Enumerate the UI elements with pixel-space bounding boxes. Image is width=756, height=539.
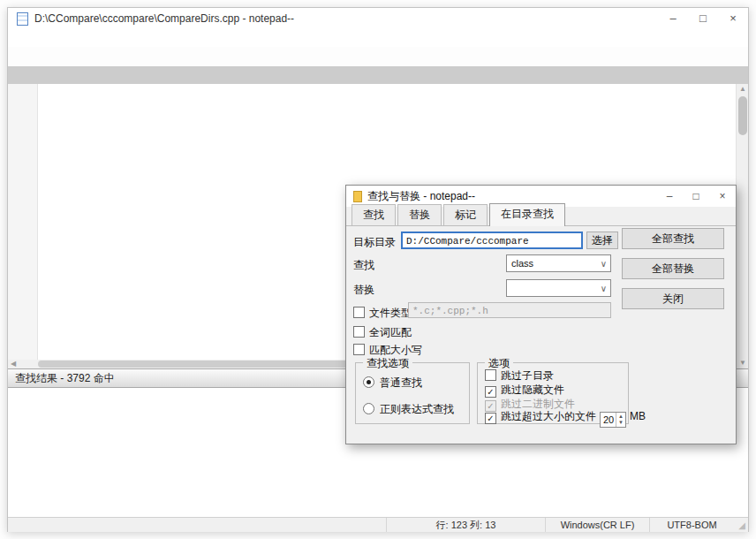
cursor-position: 行: 123 列: 13 <box>386 518 545 532</box>
eol-format: Windows(CR LF) <box>545 518 649 532</box>
close-icon[interactable]: × <box>718 9 748 28</box>
file-type-label: 文件类型 <box>369 307 412 319</box>
main-window: D:\CCompare\cccompare\CompareDirs.cpp - … <box>7 7 749 532</box>
find-options-legend: 查找选项 <box>363 356 412 371</box>
normal-search-label: 普通查找 <box>380 376 422 389</box>
choose-dir-button[interactable]: 选择 <box>586 232 618 249</box>
dialog-close-button[interactable]: 关闭 <box>622 288 724 309</box>
target-dir-label: 目标目录 <box>353 235 396 250</box>
menu-bar <box>8 29 748 47</box>
editor-vertical-scrollbar[interactable]: ▲ ▼ <box>736 84 748 368</box>
scroll-down-icon[interactable]: ▼ <box>737 358 749 368</box>
normal-search-radio-row: 普通查找 <box>363 376 422 391</box>
chevron-down-icon[interactable]: ∨ <box>601 282 607 295</box>
file-type-checkbox[interactable] <box>353 307 365 318</box>
file-type-input: *.c;*.cpp;*.h <box>408 302 611 318</box>
file-type-row: 文件类型 <box>353 306 412 321</box>
dialog-find-icon <box>353 191 362 202</box>
find-options-group: 查找选项 普通查找 正则表达式查找 <box>355 362 470 424</box>
whole-word-label: 全词匹配 <box>369 326 412 338</box>
skip-oversize-label: 跳过超过大小的文件 <box>501 410 596 422</box>
status-bar: 行: 123 列: 13 Windows(CR LF) UTF8-BOM ◢ <box>8 517 748 532</box>
replace-combobox[interactable]: ∨ <box>506 279 611 297</box>
dialog-title: 查找与替换 - notepad-- <box>367 189 475 204</box>
skip-subdir-label: 跳过子目录 <box>501 369 554 382</box>
replace-all-button[interactable]: 全部替换 <box>622 258 724 279</box>
find-value: class <box>511 258 533 269</box>
whole-word-checkbox[interactable] <box>353 326 365 338</box>
tab-mark[interactable]: 标记 <box>443 204 488 225</box>
dialog-minimize-icon[interactable]: – <box>656 190 683 202</box>
size-value: 20 <box>603 414 614 425</box>
spinner-down-icon[interactable]: ▼ <box>616 419 625 427</box>
search-results-title: 查找结果 - 3792 命中 <box>15 371 115 386</box>
skip-subdir-row: 跳过子目录 <box>485 368 554 383</box>
find-replace-dialog: 查找与替换 - notepad-- – □ × 查找 替换 标记 在目录查找 目… <box>345 185 737 444</box>
whole-word-row: 全词匹配 <box>353 325 412 340</box>
tab-bar <box>8 66 748 84</box>
normal-search-radio[interactable] <box>363 376 374 388</box>
skip-hidden-label: 跳过隐藏文件 <box>501 383 564 396</box>
app-icon <box>17 12 28 26</box>
regex-search-label: 正则表达式查找 <box>380 403 454 415</box>
skip-subdir-checkbox[interactable] <box>485 369 496 381</box>
skip-oversize-row: ✓跳过超过大小的文件20▲▼MB <box>485 409 646 428</box>
size-spinner[interactable]: 20▲▼ <box>600 412 626 428</box>
tab-replace[interactable]: 替换 <box>397 204 442 225</box>
skip-hidden-row: ✓跳过隐藏文件 <box>485 383 564 398</box>
options-group: 选项 跳过子目录 ✓跳过隐藏文件 ✓跳过二进制文件 ✓跳过超过大小的文件20▲▼… <box>477 362 629 424</box>
skip-binary-label: 跳过二进制文件 <box>501 398 575 410</box>
match-case-label: 匹配大小写 <box>369 344 422 356</box>
tab-find[interactable]: 查找 <box>352 204 396 225</box>
scroll-up-icon[interactable]: ▲ <box>737 84 749 95</box>
resize-grip[interactable]: ◢ <box>734 520 748 530</box>
find-combobox[interactable]: class ∨ <box>506 254 611 272</box>
chevron-down-icon[interactable]: ∨ <box>601 257 607 270</box>
toolbar <box>8 47 748 66</box>
maximize-icon[interactable]: □ <box>688 9 718 28</box>
vertical-scroll-thumb[interactable] <box>738 96 747 135</box>
minimize-icon[interactable]: – <box>658 9 688 28</box>
regex-search-radio-row: 正则表达式查找 <box>363 402 454 417</box>
find-all-button[interactable]: 全部查找 <box>622 228 724 249</box>
line-number-gutter <box>8 84 38 360</box>
match-case-checkbox[interactable] <box>353 344 365 355</box>
size-unit: MB <box>630 410 646 422</box>
title-bar[interactable]: D:\CCompare\cccompare\CompareDirs.cpp - … <box>8 8 748 29</box>
skip-oversize-checkbox[interactable]: ✓ <box>485 413 496 424</box>
target-dir-input[interactable]: D:/CCompare/cccompare <box>401 232 583 249</box>
scroll-left-icon[interactable]: ◀ <box>8 360 19 368</box>
horizontal-scroll-thumb[interactable] <box>38 361 352 368</box>
regex-search-radio[interactable] <box>363 403 374 414</box>
encoding: UTF8-BOM <box>649 518 734 532</box>
window-title: D:\CCompare\cccompare\CompareDirs.cpp - … <box>34 12 294 25</box>
tab-find-in-dir[interactable]: 在目录查找 <box>489 203 565 226</box>
dialog-maximize-icon[interactable]: □ <box>683 190 709 202</box>
dialog-tabs: 查找 替换 标记 在目录查找 <box>346 207 736 226</box>
replace-label: 替换 <box>353 283 374 298</box>
find-label: 查找 <box>353 258 374 273</box>
dialog-close-icon[interactable]: × <box>709 190 736 202</box>
